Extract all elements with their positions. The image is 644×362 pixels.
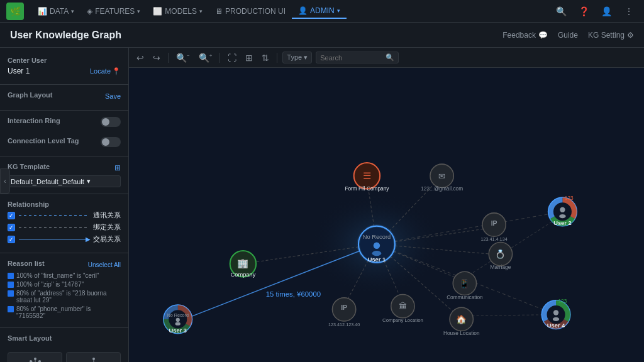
svg-text:123.41.4.134: 123.41.4.134 bbox=[480, 236, 507, 242]
nav-right: 🔍 ❓ 👤 ⋮ bbox=[552, 3, 638, 20]
svg-point-56 bbox=[374, 243, 380, 249]
graph-canvas[interactable]: 15 times, ¥60000 No Record User 1 bbox=[129, 68, 644, 362]
search-nav-button[interactable]: 🔍 bbox=[552, 3, 570, 20]
user-button[interactable]: 👤 bbox=[597, 3, 615, 20]
rel-checkbox-2[interactable] bbox=[8, 236, 15, 243]
undo-button[interactable]: ↩ bbox=[134, 52, 147, 64]
node-form-fill[interactable]: ☰ Form Fill Company bbox=[345, 163, 389, 192]
template-select[interactable]: Default_Default_Default ▾ bbox=[8, 175, 121, 187]
nav-features[interactable]: ◈ FEATURES ▾ bbox=[80, 4, 147, 18]
svg-text:Marriage: Marriage bbox=[491, 264, 511, 270]
relationship-item-2: ▶ 交易关系 bbox=[8, 234, 121, 244]
center-user-label: Center User bbox=[8, 57, 121, 64]
svg-point-74 bbox=[553, 310, 558, 315]
interaction-ring-toggle[interactable] bbox=[101, 117, 121, 127]
reason-list-label: Reason list bbox=[8, 260, 45, 267]
node-company-location[interactable]: 🏛 Company Location bbox=[382, 294, 423, 323]
rel-line-1 bbox=[19, 227, 89, 228]
node-ip1[interactable]: IP 123.41.4.134 bbox=[480, 213, 507, 243]
svg-text:User 3: User 3 bbox=[169, 327, 187, 334]
svg-text:No Record: No Record bbox=[363, 234, 391, 240]
interaction-ring-row: Interaction Ring bbox=[8, 117, 121, 127]
svg-line-50 bbox=[462, 215, 563, 280]
svg-text:🏛: 🏛 bbox=[399, 302, 407, 311]
svg-text:🏢: 🏢 bbox=[237, 258, 249, 269]
svg-text:IP: IP bbox=[491, 220, 497, 227]
help-button[interactable]: ❓ bbox=[575, 3, 592, 20]
unselect-all-button[interactable]: Unselect All bbox=[88, 261, 121, 268]
graph-search-box: 🔍 bbox=[316, 52, 399, 63]
sidebar-collapse-button[interactable]: ‹ bbox=[0, 168, 10, 194]
data-icon: 📊 bbox=[38, 7, 47, 16]
rel-line-2: ▶ bbox=[19, 239, 89, 239]
svg-text:123...@gmail.com: 123...@gmail.com bbox=[421, 185, 463, 192]
kg-setting-button[interactable]: KG Setting ⚙ bbox=[588, 31, 634, 40]
node-ip2[interactable]: IP 123.412.123.40 bbox=[328, 298, 360, 328]
node-user3[interactable]: No Record User 3 bbox=[164, 305, 192, 334]
node-communication[interactable]: 📱 Communication bbox=[447, 272, 483, 300]
svg-text:123: 123 bbox=[558, 298, 567, 304]
grid-view-button[interactable]: ⊞ bbox=[243, 52, 255, 64]
connection-level-section: Connection Level Tag bbox=[0, 133, 128, 153]
reason-cb-2[interactable] bbox=[8, 290, 14, 297]
connection-level-toggle[interactable] bbox=[101, 137, 121, 147]
nav-production[interactable]: 🖥 PRODUCTION UI bbox=[209, 4, 292, 18]
admin-icon: 👤 bbox=[298, 6, 308, 15]
reason-cb-1[interactable] bbox=[8, 282, 14, 288]
header-actions: Feedback 💬 Guide KG Setting ⚙ bbox=[502, 31, 634, 40]
main-layout: Center User User 1 Locate 📍 Graph Layout… bbox=[0, 48, 644, 362]
svg-text:User 4: User 4 bbox=[547, 322, 565, 329]
graph-search-input[interactable] bbox=[320, 54, 383, 62]
graph-area: ↩ ↪ 🔍− 🔍+ ⛶ ⊞ ⇅ Type ▾ 🔍 bbox=[129, 48, 644, 362]
smart-layout-section: Smart Layout bbox=[0, 331, 128, 348]
locate-icon: 📍 bbox=[112, 67, 121, 75]
rel-checkbox-1[interactable] bbox=[8, 224, 15, 231]
smart-layout-grid bbox=[0, 348, 128, 362]
graph-layout-row: Graph Layout Save bbox=[8, 91, 121, 101]
svg-text:IP: IP bbox=[341, 304, 347, 311]
reason-cb-3[interactable] bbox=[8, 306, 14, 312]
reason-item-2: 80% of "address" is "218 buorna straat l… bbox=[8, 290, 121, 304]
reason-list-header: Reason list Unselect All bbox=[8, 260, 121, 270]
rel-line-0 bbox=[19, 215, 89, 216]
svg-point-70 bbox=[175, 322, 180, 326]
layout-btn-0[interactable] bbox=[8, 352, 62, 362]
nav-models[interactable]: ⬜ MODELS ▾ bbox=[147, 4, 209, 18]
save-layout-button[interactable]: Save bbox=[105, 92, 121, 100]
svg-text:123: 123 bbox=[565, 195, 574, 201]
zoom-out-button[interactable]: 🔍− bbox=[174, 52, 192, 64]
zoom-in-button[interactable]: 🔍+ bbox=[196, 52, 215, 64]
svg-text:Communication: Communication bbox=[447, 294, 483, 300]
node-house-location[interactable]: 🏠 House Location bbox=[443, 307, 480, 336]
feedback-button[interactable]: Feedback 💬 bbox=[502, 31, 548, 40]
layout-btn-1[interactable] bbox=[66, 352, 121, 362]
locate-button[interactable]: Locate 📍 bbox=[90, 67, 121, 75]
graph-svg: 15 times, ¥60000 No Record User 1 bbox=[129, 68, 644, 362]
center-user-row: User 1 Locate 📍 bbox=[8, 67, 121, 75]
rel-checkbox-0[interactable] bbox=[8, 212, 15, 219]
chevron-down-icon: ▾ bbox=[87, 177, 91, 185]
svg-text:Company Location: Company Location bbox=[382, 317, 423, 323]
connection-level-row: Connection Level Tag bbox=[8, 137, 121, 147]
nav-data[interactable]: 📊 DATA ▾ bbox=[31, 4, 80, 18]
search-icon: 🔍 bbox=[386, 53, 394, 62]
node-user4[interactable]: User 4 123 bbox=[541, 298, 570, 329]
node-user2[interactable]: User 2 123 bbox=[548, 195, 577, 226]
node-company[interactable]: 🏢 Company bbox=[230, 251, 256, 278]
kg-template-row: KG Template ⊞ bbox=[8, 163, 121, 173]
nav-admin[interactable]: 👤 ADMIN ▾ bbox=[292, 4, 347, 19]
svg-text:☰: ☰ bbox=[363, 171, 371, 181]
reason-item-1: 100% of "zip" is "14787" bbox=[8, 281, 121, 288]
reason-cb-0[interactable] bbox=[8, 273, 14, 279]
type-filter[interactable]: Type ▾ bbox=[282, 52, 312, 63]
feedback-icon: 💬 bbox=[538, 31, 548, 40]
node-gmail[interactable]: ✉ 123...@gmail.com bbox=[421, 164, 463, 191]
redo-button[interactable]: ↪ bbox=[150, 52, 163, 64]
guide-button[interactable]: Guide bbox=[558, 31, 578, 40]
more-button[interactable]: ⋮ bbox=[620, 3, 638, 20]
layout-toggle-button[interactable]: ⇅ bbox=[259, 52, 272, 64]
node-marriage[interactable]: 💍 Marriage bbox=[489, 243, 512, 271]
fit-view-button[interactable]: ⛶ bbox=[225, 52, 239, 64]
svg-text:✉: ✉ bbox=[438, 172, 445, 181]
svg-text:House Location: House Location bbox=[443, 330, 480, 336]
